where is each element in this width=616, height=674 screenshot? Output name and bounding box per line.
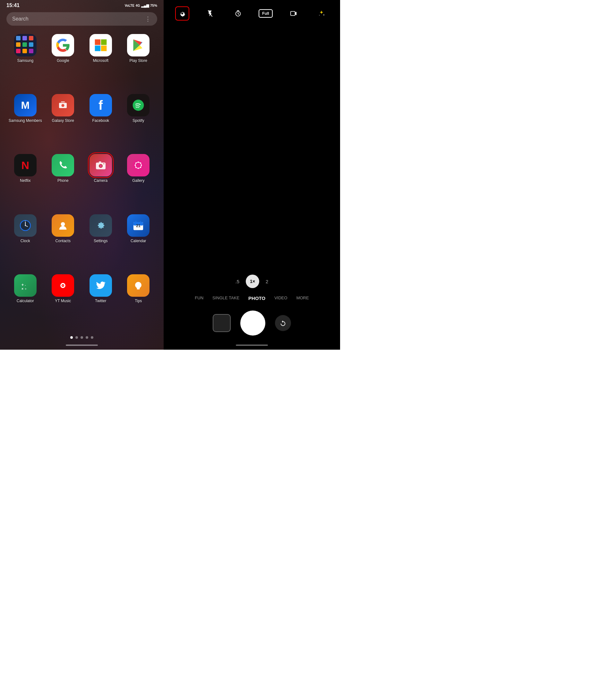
dot-1 [70, 336, 73, 339]
app-icon-twitter [90, 274, 112, 297]
app-label-microsoft: Microsoft [93, 59, 108, 64]
app-label-ytmusic: YT Music [55, 299, 71, 304]
svg-point-16 [141, 164, 142, 166]
app-label-google: Google [57, 59, 69, 64]
app-calendar[interactable]: 21 Calendar [121, 214, 156, 268]
app-label-facebook: Facebook [92, 118, 109, 123]
app-netflix[interactable]: N Netflix [8, 154, 43, 208]
camera-settings-button[interactable] [175, 6, 189, 20]
app-icon-contacts [52, 214, 74, 237]
mode-more[interactable]: MORE [292, 293, 313, 304]
app-icon-netflix: N [14, 154, 36, 177]
signal-icon: VoLTE [125, 4, 134, 7]
svg-point-18 [138, 168, 139, 169]
svg-rect-5 [61, 101, 65, 102]
app-calculator[interactable]: + - × ÷ Calculator [8, 274, 43, 328]
zoom-2[interactable]: 2 [266, 279, 268, 284]
status-time: 15:41 [6, 3, 20, 8]
app-gallery[interactable]: Gallery [121, 154, 156, 208]
battery-icon: 75% [150, 4, 157, 7]
flip-camera-button[interactable] [275, 315, 291, 331]
camera-screen: Full .5 1× 2 FUN SINGLE TAKE PHOTO VIDEO [164, 0, 340, 350]
app-samsung-members[interactable]: M Samsung Members [8, 94, 43, 147]
svg-text:×: × [21, 287, 23, 290]
app-icon-gallery [127, 154, 149, 177]
svg-point-10 [99, 165, 102, 167]
zoom-1x[interactable]: 1× [246, 274, 259, 288]
app-samsung[interactable]: Samsung [8, 34, 43, 88]
app-icon-phone [52, 154, 74, 177]
svg-point-28 [61, 222, 65, 226]
mode-fun[interactable]: FUN [190, 293, 208, 304]
full-mode-button[interactable]: Full [259, 6, 273, 20]
svg-point-13 [133, 160, 144, 171]
zoom-controls: .5 1× 2 [164, 271, 340, 291]
timer-button[interactable] [231, 6, 245, 20]
effects-button[interactable] [314, 6, 328, 20]
app-tips[interactable]: Tips [121, 274, 156, 328]
mode-photo[interactable]: PHOTO [244, 293, 270, 304]
mode-video[interactable]: VIDEO [270, 293, 292, 304]
app-camera[interactable]: Camera [83, 154, 118, 208]
shutter-button[interactable] [240, 311, 265, 336]
app-icon-tips [127, 274, 149, 297]
app-label-calendar: Calendar [130, 239, 146, 244]
app-label-spotify: Spotify [132, 118, 144, 123]
app-label-settings: Settings [94, 239, 107, 244]
svg-text:-: - [25, 283, 26, 287]
app-settings[interactable]: Settings [83, 214, 118, 268]
app-microsoft[interactable]: Microsoft [83, 34, 118, 88]
search-bar[interactable]: Search ⋮ [6, 12, 157, 26]
mode-single-take[interactable]: SINGLE TAKE [208, 293, 244, 304]
app-label-phone: Phone [58, 179, 69, 184]
app-icon-calculator: + - × ÷ [14, 274, 36, 297]
svg-rect-0 [95, 39, 100, 45]
dot-5 [91, 336, 93, 339]
app-playstore[interactable]: Play Store [121, 34, 156, 88]
svg-text:÷: ÷ [25, 287, 26, 290]
svg-point-12 [103, 163, 104, 164]
app-google[interactable]: Google [46, 34, 81, 88]
app-label-playstore: Play Store [130, 59, 147, 64]
app-label-camera: Camera [94, 179, 107, 184]
app-ytmusic[interactable]: YT Music [46, 274, 81, 328]
svg-rect-42 [137, 289, 140, 290]
svg-point-15 [140, 162, 141, 164]
app-icon-settings [90, 214, 112, 237]
app-icon-samsung [14, 34, 36, 57]
app-icon-facebook: f [90, 94, 112, 116]
app-icon-samsung-members: M [14, 94, 36, 116]
app-icon-playstore [127, 34, 149, 57]
home-screen: 15:41 VoLTE 4G ▂▄▆ 75% Search ⋮ [0, 0, 164, 350]
app-label-netflix: Netflix [20, 179, 30, 184]
gallery-thumbnail[interactable] [213, 314, 231, 332]
flash-button[interactable] [203, 6, 217, 20]
camera-home-indicator [236, 345, 268, 346]
dot-4 [86, 336, 88, 339]
camera-viewfinder [164, 25, 340, 271]
app-twitter[interactable]: Twitter [83, 274, 118, 328]
svg-point-19 [135, 167, 137, 168]
video-mode-button[interactable] [287, 6, 301, 20]
app-icon-spotify [127, 94, 149, 116]
status-icons: VoLTE 4G ▂▄▆ 75% [125, 4, 157, 8]
zoom-05[interactable]: .5 [235, 279, 240, 284]
app-contacts[interactable]: Contacts [46, 214, 81, 268]
page-dots [0, 331, 164, 342]
app-label-clock: Clock [20, 239, 30, 244]
app-facebook[interactable]: f Facebook [83, 94, 118, 147]
app-label-contacts: Contacts [56, 239, 71, 244]
svg-point-7 [133, 100, 144, 111]
camera-modes: FUN SINGLE TAKE PHOTO VIDEO MORE [164, 291, 340, 307]
app-galaxy-store[interactable]: Galaxy Store [46, 94, 81, 147]
app-icon-camera [90, 154, 112, 177]
search-more-icon[interactable]: ⋮ [145, 15, 151, 22]
app-label-samsung: Samsung [17, 59, 33, 64]
app-phone[interactable]: Phone [46, 154, 81, 208]
app-clock[interactable]: 12 Clock [8, 214, 43, 268]
camera-controls [164, 307, 340, 342]
app-spotify[interactable]: Spotify [121, 94, 156, 147]
svg-point-17 [140, 167, 141, 168]
svg-rect-11 [99, 161, 101, 163]
svg-point-20 [135, 164, 136, 166]
